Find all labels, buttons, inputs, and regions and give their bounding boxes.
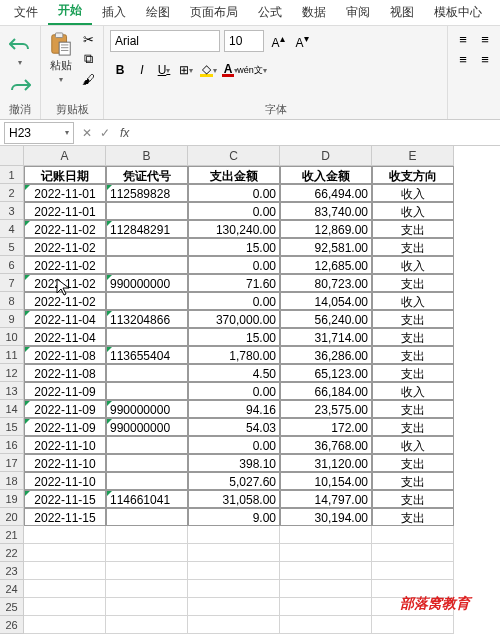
tab-2[interactable]: 插入 xyxy=(92,0,136,25)
row-header-5[interactable]: 5 xyxy=(0,238,24,256)
cell[interactable] xyxy=(24,544,106,562)
cell[interactable] xyxy=(106,292,188,310)
cell[interactable]: 4.50 xyxy=(188,364,280,382)
row-header-17[interactable]: 17 xyxy=(0,454,24,472)
cell[interactable]: 112589828 xyxy=(106,184,188,202)
row-header-6[interactable]: 6 xyxy=(0,256,24,274)
formula-input[interactable] xyxy=(135,122,500,144)
cell[interactable] xyxy=(106,616,188,634)
align-middle-button[interactable]: ≡ xyxy=(476,30,494,48)
cell[interactable]: 0.00 xyxy=(188,382,280,400)
tab-7[interactable]: 审阅 xyxy=(336,0,380,25)
font-name-select[interactable] xyxy=(110,30,220,52)
cell[interactable]: 0.00 xyxy=(188,184,280,202)
cell[interactable]: 支出 xyxy=(372,346,454,364)
cell[interactable]: 2022-11-08 xyxy=(24,364,106,382)
cell[interactable]: 54.03 xyxy=(188,418,280,436)
cell[interactable] xyxy=(188,562,280,580)
undo-button[interactable]: ▾ xyxy=(6,30,34,69)
header-cell[interactable]: 记账日期 xyxy=(24,166,106,184)
format-painter-button[interactable]: 🖌 xyxy=(79,70,97,88)
cell[interactable]: 56,240.00 xyxy=(280,310,372,328)
row-header-4[interactable]: 4 xyxy=(0,220,24,238)
cell[interactable]: 支出 xyxy=(372,400,454,418)
cell[interactable] xyxy=(106,562,188,580)
cell[interactable]: 收入 xyxy=(372,184,454,202)
cell[interactable] xyxy=(106,436,188,454)
cell[interactable] xyxy=(188,544,280,562)
cell[interactable]: 23,575.00 xyxy=(280,400,372,418)
cell[interactable] xyxy=(280,580,372,598)
cell[interactable]: 收入 xyxy=(372,256,454,274)
cell[interactable]: 990000000 xyxy=(106,418,188,436)
cell[interactable] xyxy=(106,202,188,220)
cell[interactable]: 收入 xyxy=(372,382,454,400)
enter-formula-button[interactable]: ✓ xyxy=(96,126,114,140)
row-header-7[interactable]: 7 xyxy=(0,274,24,292)
cell[interactable]: 14,797.00 xyxy=(280,490,372,508)
cell[interactable]: 0.00 xyxy=(188,292,280,310)
cell[interactable]: 31,714.00 xyxy=(280,328,372,346)
cell[interactable] xyxy=(106,238,188,256)
cell[interactable]: 2022-11-01 xyxy=(24,202,106,220)
fx-icon[interactable]: fx xyxy=(114,126,135,140)
cell[interactable]: 2022-11-01 xyxy=(24,184,106,202)
cell[interactable]: 2022-11-02 xyxy=(24,274,106,292)
cell[interactable]: 支出 xyxy=(372,220,454,238)
cell[interactable]: 2022-11-02 xyxy=(24,238,106,256)
row-header-19[interactable]: 19 xyxy=(0,490,24,508)
cell[interactable]: 支出 xyxy=(372,238,454,256)
cell[interactable]: 370,000.00 xyxy=(188,310,280,328)
cell[interactable]: 92,581.00 xyxy=(280,238,372,256)
cell[interactable]: 83,740.00 xyxy=(280,202,372,220)
cell[interactable] xyxy=(188,598,280,616)
cell[interactable]: 支出 xyxy=(372,274,454,292)
align-center-button[interactable]: ≡ xyxy=(476,50,494,68)
cell[interactable] xyxy=(24,526,106,544)
copy-button[interactable]: ⧉ xyxy=(79,50,97,68)
row-header-1[interactable]: 1 xyxy=(0,166,24,184)
cell[interactable]: 支出 xyxy=(372,364,454,382)
cell[interactable] xyxy=(280,598,372,616)
cell[interactable]: 1,780.00 xyxy=(188,346,280,364)
row-header-16[interactable]: 16 xyxy=(0,436,24,454)
cell[interactable]: 990000000 xyxy=(106,274,188,292)
cell[interactable]: 2022-11-04 xyxy=(24,328,106,346)
cell[interactable]: 12,685.00 xyxy=(280,256,372,274)
cell[interactable]: 2022-11-15 xyxy=(24,508,106,526)
cell[interactable]: 66,494.00 xyxy=(280,184,372,202)
row-header-9[interactable]: 9 xyxy=(0,310,24,328)
cell[interactable]: 94.16 xyxy=(188,400,280,418)
cell[interactable] xyxy=(106,598,188,616)
cell[interactable]: 0.00 xyxy=(188,202,280,220)
row-header-3[interactable]: 3 xyxy=(0,202,24,220)
cancel-formula-button[interactable]: ✕ xyxy=(78,126,96,140)
cell[interactable]: 0.00 xyxy=(188,436,280,454)
increase-font-button[interactable]: A▴ xyxy=(268,31,288,51)
cell[interactable]: 2022-11-10 xyxy=(24,472,106,490)
col-header-B[interactable]: B xyxy=(106,146,188,166)
cell[interactable] xyxy=(24,616,106,634)
phonetic-button[interactable]: wén文▾ xyxy=(242,60,262,80)
cell[interactable]: 31,120.00 xyxy=(280,454,372,472)
cell[interactable]: 113204866 xyxy=(106,310,188,328)
cell[interactable]: 2022-11-08 xyxy=(24,346,106,364)
cell[interactable] xyxy=(106,580,188,598)
tab-5[interactable]: 公式 xyxy=(248,0,292,25)
cell[interactable]: 支出 xyxy=(372,418,454,436)
cell[interactable]: 收入 xyxy=(372,436,454,454)
col-header-C[interactable]: C xyxy=(188,146,280,166)
border-button[interactable]: ⊞▾ xyxy=(176,60,196,80)
cell[interactable]: 2022-11-09 xyxy=(24,400,106,418)
cell[interactable]: 36,768.00 xyxy=(280,436,372,454)
cell[interactable]: 2022-11-10 xyxy=(24,454,106,472)
cell[interactable]: 12,869.00 xyxy=(280,220,372,238)
cell[interactable] xyxy=(280,526,372,544)
cell[interactable]: 398.10 xyxy=(188,454,280,472)
cell[interactable]: 14,054.00 xyxy=(280,292,372,310)
col-header-E[interactable]: E xyxy=(372,146,454,166)
cell[interactable]: 114661041 xyxy=(106,490,188,508)
cell[interactable]: 2022-11-02 xyxy=(24,256,106,274)
cell[interactable]: 2022-11-10 xyxy=(24,436,106,454)
cell[interactable] xyxy=(24,598,106,616)
